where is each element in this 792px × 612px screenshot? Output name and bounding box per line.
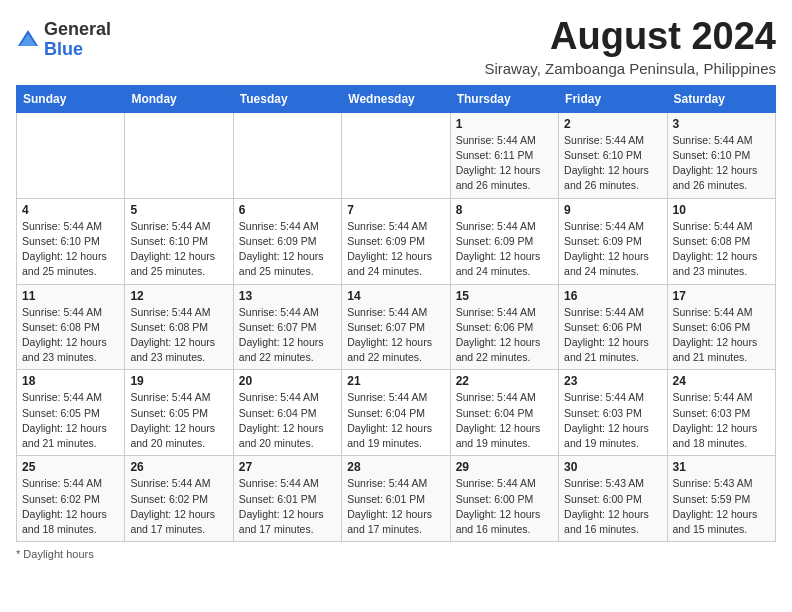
title-area: August 2024 Siraway, Zamboanga Peninsula… [484,16,776,77]
day-info: Sunrise: 5:44 AM Sunset: 6:08 PM Dayligh… [130,305,227,366]
day-number: 9 [564,203,661,217]
day-number: 5 [130,203,227,217]
day-number: 2 [564,117,661,131]
day-info: Sunrise: 5:44 AM Sunset: 6:09 PM Dayligh… [564,219,661,280]
day-number: 11 [22,289,119,303]
day-info: Sunrise: 5:44 AM Sunset: 6:11 PM Dayligh… [456,133,553,194]
day-number: 17 [673,289,770,303]
day-number: 29 [456,460,553,474]
day-info: Sunrise: 5:44 AM Sunset: 6:01 PM Dayligh… [239,476,336,537]
page-subtitle: Siraway, Zamboanga Peninsula, Philippine… [484,60,776,77]
day-number: 10 [673,203,770,217]
day-number: 19 [130,374,227,388]
calendar-cell [342,112,450,198]
calendar-cell [17,112,125,198]
calendar-cell: 16Sunrise: 5:44 AM Sunset: 6:06 PM Dayli… [559,284,667,370]
day-number: 13 [239,289,336,303]
day-number: 25 [22,460,119,474]
logo-general: General [44,20,111,40]
day-number: 30 [564,460,661,474]
day-info: Sunrise: 5:44 AM Sunset: 6:08 PM Dayligh… [673,219,770,280]
calendar-cell: 8Sunrise: 5:44 AM Sunset: 6:09 PM Daylig… [450,198,558,284]
calendar-week-row: 4Sunrise: 5:44 AM Sunset: 6:10 PM Daylig… [17,198,776,284]
calendar-week-row: 18Sunrise: 5:44 AM Sunset: 6:05 PM Dayli… [17,370,776,456]
day-info: Sunrise: 5:44 AM Sunset: 6:00 PM Dayligh… [456,476,553,537]
day-info: Sunrise: 5:44 AM Sunset: 6:04 PM Dayligh… [456,390,553,451]
day-number: 18 [22,374,119,388]
calendar-cell: 17Sunrise: 5:44 AM Sunset: 6:06 PM Dayli… [667,284,775,370]
calendar-day-header: Friday [559,85,667,112]
day-number: 16 [564,289,661,303]
calendar-cell: 11Sunrise: 5:44 AM Sunset: 6:08 PM Dayli… [17,284,125,370]
calendar-cell: 28Sunrise: 5:44 AM Sunset: 6:01 PM Dayli… [342,456,450,542]
day-info: Sunrise: 5:44 AM Sunset: 6:06 PM Dayligh… [673,305,770,366]
calendar-cell: 21Sunrise: 5:44 AM Sunset: 6:04 PM Dayli… [342,370,450,456]
calendar-cell: 4Sunrise: 5:44 AM Sunset: 6:10 PM Daylig… [17,198,125,284]
calendar-cell: 19Sunrise: 5:44 AM Sunset: 6:05 PM Dayli… [125,370,233,456]
day-info: Sunrise: 5:44 AM Sunset: 6:09 PM Dayligh… [456,219,553,280]
day-info: Sunrise: 5:44 AM Sunset: 6:10 PM Dayligh… [673,133,770,194]
day-number: 28 [347,460,444,474]
calendar-day-header: Tuesday [233,85,341,112]
calendar-day-header: Sunday [17,85,125,112]
day-info: Sunrise: 5:43 AM Sunset: 6:00 PM Dayligh… [564,476,661,537]
day-info: Sunrise: 5:44 AM Sunset: 6:02 PM Dayligh… [130,476,227,537]
logo: General Blue [16,20,111,60]
page-header: General Blue August 2024 Siraway, Zamboa… [16,16,776,77]
calendar-table: SundayMondayTuesdayWednesdayThursdayFrid… [16,85,776,542]
calendar-cell: 20Sunrise: 5:44 AM Sunset: 6:04 PM Dayli… [233,370,341,456]
day-info: Sunrise: 5:44 AM Sunset: 6:04 PM Dayligh… [239,390,336,451]
footnote-text: Daylight hours [23,548,93,560]
calendar-week-row: 1Sunrise: 5:44 AM Sunset: 6:11 PM Daylig… [17,112,776,198]
day-number: 20 [239,374,336,388]
day-info: Sunrise: 5:44 AM Sunset: 6:09 PM Dayligh… [347,219,444,280]
calendar-day-header: Saturday [667,85,775,112]
logo-text: General Blue [44,20,111,60]
day-info: Sunrise: 5:44 AM Sunset: 6:10 PM Dayligh… [564,133,661,194]
day-number: 8 [456,203,553,217]
page-title: August 2024 [484,16,776,58]
calendar-cell: 29Sunrise: 5:44 AM Sunset: 6:00 PM Dayli… [450,456,558,542]
day-number: 12 [130,289,227,303]
day-info: Sunrise: 5:44 AM Sunset: 6:07 PM Dayligh… [347,305,444,366]
day-info: Sunrise: 5:44 AM Sunset: 6:07 PM Dayligh… [239,305,336,366]
calendar-cell: 2Sunrise: 5:44 AM Sunset: 6:10 PM Daylig… [559,112,667,198]
calendar-cell [125,112,233,198]
calendar-week-row: 11Sunrise: 5:44 AM Sunset: 6:08 PM Dayli… [17,284,776,370]
calendar-cell: 10Sunrise: 5:44 AM Sunset: 6:08 PM Dayli… [667,198,775,284]
day-info: Sunrise: 5:44 AM Sunset: 6:03 PM Dayligh… [673,390,770,451]
calendar-cell: 9Sunrise: 5:44 AM Sunset: 6:09 PM Daylig… [559,198,667,284]
calendar-cell: 23Sunrise: 5:44 AM Sunset: 6:03 PM Dayli… [559,370,667,456]
day-number: 31 [673,460,770,474]
day-number: 27 [239,460,336,474]
calendar-header-row: SundayMondayTuesdayWednesdayThursdayFrid… [17,85,776,112]
day-number: 14 [347,289,444,303]
day-number: 22 [456,374,553,388]
calendar-cell: 7Sunrise: 5:44 AM Sunset: 6:09 PM Daylig… [342,198,450,284]
calendar-cell: 18Sunrise: 5:44 AM Sunset: 6:05 PM Dayli… [17,370,125,456]
calendar-day-header: Wednesday [342,85,450,112]
day-number: 26 [130,460,227,474]
calendar-cell: 26Sunrise: 5:44 AM Sunset: 6:02 PM Dayli… [125,456,233,542]
day-info: Sunrise: 5:44 AM Sunset: 6:06 PM Dayligh… [456,305,553,366]
day-number: 23 [564,374,661,388]
calendar-week-row: 25Sunrise: 5:44 AM Sunset: 6:02 PM Dayli… [17,456,776,542]
day-info: Sunrise: 5:44 AM Sunset: 6:01 PM Dayligh… [347,476,444,537]
day-info: Sunrise: 5:44 AM Sunset: 6:10 PM Dayligh… [22,219,119,280]
day-info: Sunrise: 5:44 AM Sunset: 6:08 PM Dayligh… [22,305,119,366]
calendar-cell: 6Sunrise: 5:44 AM Sunset: 6:09 PM Daylig… [233,198,341,284]
day-info: Sunrise: 5:44 AM Sunset: 6:09 PM Dayligh… [239,219,336,280]
calendar-cell: 14Sunrise: 5:44 AM Sunset: 6:07 PM Dayli… [342,284,450,370]
day-info: Sunrise: 5:44 AM Sunset: 6:04 PM Dayligh… [347,390,444,451]
day-info: Sunrise: 5:44 AM Sunset: 6:05 PM Dayligh… [22,390,119,451]
day-info: Sunrise: 5:44 AM Sunset: 6:06 PM Dayligh… [564,305,661,366]
calendar-cell: 22Sunrise: 5:44 AM Sunset: 6:04 PM Dayli… [450,370,558,456]
day-number: 15 [456,289,553,303]
calendar-cell: 13Sunrise: 5:44 AM Sunset: 6:07 PM Dayli… [233,284,341,370]
logo-blue: Blue [44,40,111,60]
calendar-cell: 5Sunrise: 5:44 AM Sunset: 6:10 PM Daylig… [125,198,233,284]
day-info: Sunrise: 5:44 AM Sunset: 6:03 PM Dayligh… [564,390,661,451]
day-number: 24 [673,374,770,388]
day-info: Sunrise: 5:44 AM Sunset: 6:02 PM Dayligh… [22,476,119,537]
logo-icon [16,28,40,52]
